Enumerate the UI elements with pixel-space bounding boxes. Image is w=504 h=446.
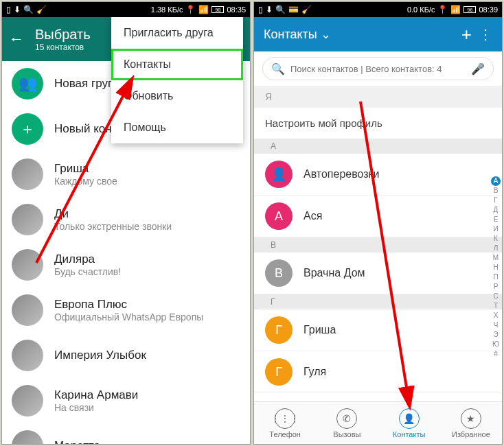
nav-label: Вызовы [333,430,360,438]
search-input[interactable] [290,64,466,74]
more-icon[interactable]: ⋮ [479,26,492,43]
contact-row[interactable]: Маретта [2,423,250,444]
index-letter[interactable]: Р [491,282,501,292]
location-icon: 📍 [185,5,196,14]
contacts-app-screen: ▯ ⬇ 🔍 💳 🧹 0.0 КБ/с 📍 📶 96 08:39 Контакты… [253,1,503,445]
avatar: Г [265,316,293,344]
contact-status: Будь счастлив! [54,266,121,277]
index-letter[interactable]: Ч [491,320,501,330]
nav-phone[interactable]: ✆Вызовы [316,402,378,444]
contact-row[interactable]: ГГуля [254,351,502,393]
nav-label: Избранное [452,430,490,438]
status-bar: ▯ ⬇ 🔍 🧹 1.38 КБ/с 📍 📶 98 08:35 [2,2,250,17]
search-icon: 🔍 [23,5,34,14]
brush-icon: 🧹 [301,5,312,14]
avatar [12,294,43,326]
add-contact-button[interactable]: + [461,24,472,45]
contact-row[interactable]: ААся [254,196,502,237]
contacts-body: Я Настроить мой профиль А👤АвтоперевозкиА… [254,86,502,401]
search-field[interactable]: 🔍 🎤 [262,57,494,80]
action-icon: 👥 [12,68,43,99]
back-icon[interactable]: ← [9,30,24,48]
avatar: Г [265,358,293,386]
page-title: Выбрать [35,27,91,43]
avatar [12,385,43,416]
contact-row[interactable]: ДиляраБудь счастлив! [2,242,250,287]
menu-item[interactable]: Обновить [111,80,243,112]
contact-row[interactable]: Империя Улыбок [2,333,250,378]
contact-status: Каждому свое [54,176,117,187]
contact-row[interactable]: ГГриша [254,309,502,351]
index-letter[interactable]: Ю [491,340,501,349]
contact-name: Врачна Дом [303,267,365,279]
alphabet-index[interactable]: АВГДЕИКЛМНПРСТХЧЭЮ# [491,176,501,359]
avatar [12,340,43,371]
nav-label: Телефон [269,430,301,438]
index-letter[interactable]: Л [491,244,501,253]
network-speed: 1.38 КБ/с [151,5,183,14]
index-letter[interactable]: Э [491,330,501,340]
avatar: А [265,202,293,230]
clock: 08:35 [227,5,246,14]
contact-name: Маретта [54,439,100,444]
contacts-count: 15 контактов [35,43,91,52]
index-letter[interactable]: В [491,186,501,196]
contact-name: Карина Армави [54,388,138,402]
index-letter[interactable]: Х [491,311,501,320]
nav-star[interactable]: ★Избранное [440,402,502,444]
nav-person[interactable]: 👤Контакты [378,402,440,444]
menu-item[interactable]: Помощь [111,112,243,143]
contact-row[interactable]: Европа ПлюсОфициальный WhatsApp Европы [2,287,250,333]
index-letter[interactable]: Д [491,205,501,215]
search-icon: 🔍 [271,62,285,75]
index-letter[interactable]: Е [491,215,501,224]
contact-name: Империя Улыбок [54,349,146,362]
person-icon: 👤 [399,408,420,429]
contact-name: Диляра [54,253,121,266]
contact-name: Автоперевозки [303,168,380,180]
avatar [12,204,43,235]
index-letter[interactable]: И [491,224,501,234]
contact-status: Официальный WhatsApp Европы [54,312,203,322]
star-icon: ★ [461,408,481,429]
action-icon: ＋ [12,113,43,145]
index-letter[interactable]: П [491,272,501,282]
network-speed: 0.0 КБ/с [407,5,435,14]
contact-row[interactable]: Карина АрмавиНа связи [2,378,250,423]
phone-icon: ✆ [336,408,357,429]
index-letter[interactable]: Т [491,301,501,311]
avatar [12,159,43,190]
card-icon: 💳 [288,5,299,14]
index-letter[interactable]: Н [491,263,501,272]
whatsapp-screen: ▯ ⬇ 🔍 🧹 1.38 КБ/с 📍 📶 98 08:35 ← Выбрать… [1,1,251,445]
contact-row[interactable]: 👤Автоперевозки [254,154,502,196]
contact-name: Гуля [303,366,326,378]
header-title[interactable]: Контакты ⌄ [264,27,331,42]
index-letter[interactable]: К [491,234,501,244]
menu-item[interactable]: Пригласить друга [111,17,243,49]
contact-name: Гриша [303,324,336,336]
mic-icon[interactable]: 🎤 [471,62,485,75]
group-header: Г [254,294,502,309]
contact-row[interactable]: ДиТолько экстренные звонки [2,197,250,242]
index-letter[interactable]: С [491,292,501,301]
index-letter[interactable]: А [491,176,501,186]
contact-row[interactable]: ГришаКаждому свое [2,152,250,197]
app-header: Контакты ⌄ + ⋮ [254,17,502,51]
contact-name: Ди [54,207,172,221]
index-letter[interactable]: # [491,349,501,359]
nav-label: Контакты [393,430,426,438]
index-letter[interactable]: М [491,253,501,263]
index-letter[interactable]: Г [491,196,501,205]
menu-item[interactable]: Контакты [111,49,243,80]
contact-row[interactable]: ВВрачна Дом [254,253,502,294]
brush-icon: 🧹 [36,5,47,14]
contact-status: На связи [54,402,138,413]
my-profile-row[interactable]: Настроить мой профиль [254,108,502,139]
group-header: А [254,139,502,154]
section-self: Я [254,86,502,108]
bottom-nav: ⋮⋮⋮Телефон✆Вызовы👤Контакты★Избранное [254,401,502,444]
nav-dialpad[interactable]: ⋮⋮⋮Телефон [254,402,316,444]
search-icon: 🔍 [275,5,286,14]
clock: 08:39 [479,5,498,14]
